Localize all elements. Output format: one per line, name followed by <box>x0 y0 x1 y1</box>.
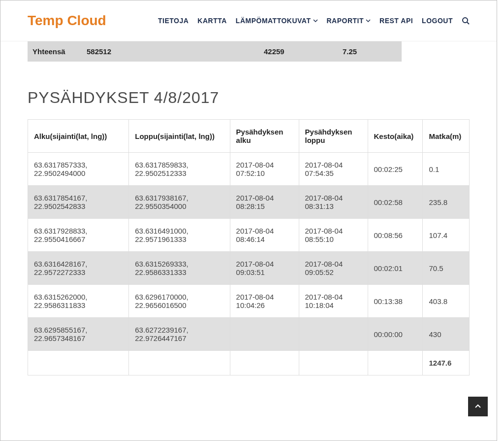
svg-line-1 <box>467 22 469 24</box>
section-title: PYSÄHDYKSET 4/8/2017 <box>28 89 470 107</box>
th-loppu: Loppu(sijainti(lat, lng)) <box>129 120 230 153</box>
cell-pstart: 2017-08-04 08:46:14 <box>230 219 299 252</box>
svg-point-0 <box>463 18 468 23</box>
site-header: Temp Cloud TIETOJA KARTTA LÄMPÖMATTOKUVA… <box>0 0 497 41</box>
cell-kesto: 00:02:58 <box>368 186 423 219</box>
cell-alku: 63.6316428167, 22.9572272333 <box>28 252 129 285</box>
chevron-down-icon <box>313 17 318 25</box>
cell-pstart: 2017-08-04 09:03:51 <box>230 252 299 285</box>
cell-kesto: 00:02:25 <box>368 153 423 186</box>
cell-matka: 70.5 <box>423 252 470 285</box>
cell-alku: 63.6295855167, 22.9657348167 <box>28 318 129 351</box>
summary-table: Yhteensä 582512 42259 7.25 <box>28 41 402 62</box>
cell-kesto: 00:08:56 <box>368 219 423 252</box>
cell-kesto: 00:13:38 <box>368 285 423 318</box>
cell-alku: 63.6315262000, 22.9586311833 <box>28 285 129 318</box>
table-row: 63.6317928833, 22.955041666763.631649100… <box>28 219 470 252</box>
cell-matka: 403.8 <box>423 285 470 318</box>
cell-loppu: 63.6272239167, 22.9726447167 <box>129 318 230 351</box>
cell-matka: 235.8 <box>423 186 470 219</box>
cell-alku: 63.6317857333, 22.9502494000 <box>28 153 129 186</box>
th-matka: Matka(m) <box>423 120 470 153</box>
cell-kesto: 00:02:01 <box>368 252 423 285</box>
cell-loppu: 63.6317938167, 22.9550354000 <box>129 186 230 219</box>
table-row: 63.6295855167, 22.965734816763.627223916… <box>28 318 470 351</box>
table-row: 63.6317857333, 22.950249400063.631785983… <box>28 153 470 186</box>
main-nav: TIETOJA KARTTA LÄMPÖMATTOKUVAT RAPORTIT … <box>158 17 470 25</box>
stops-total-empty <box>299 351 368 375</box>
summary-col2: 582512 <box>82 41 259 62</box>
cell-alku: 63.6317854167, 22.9502542833 <box>28 186 129 219</box>
table-row: 63.6317854167, 22.950254283363.631793816… <box>28 186 470 219</box>
search-icon[interactable] <box>462 17 470 25</box>
cell-pend <box>299 318 368 351</box>
cell-pstart <box>230 318 299 351</box>
nav-lampomattokuvat-label: LÄMPÖMATTOKUVAT <box>236 17 311 25</box>
cell-alku: 63.6317928833, 22.9550416667 <box>28 219 129 252</box>
stops-total-row: 1247.6 <box>28 351 470 375</box>
cell-loppu: 63.6316491000, 22.9571961333 <box>129 219 230 252</box>
chevron-down-icon <box>366 17 371 25</box>
th-alku: Alku(sijainti(lat, lng)) <box>28 120 129 153</box>
cell-pend: 2017-08-04 08:31:13 <box>299 186 368 219</box>
nav-rest-api[interactable]: REST API <box>379 17 413 25</box>
stops-total-empty <box>129 351 230 375</box>
cell-pstart: 2017-08-04 08:28:15 <box>230 186 299 219</box>
cell-pend: 2017-08-04 07:54:35 <box>299 153 368 186</box>
stops-header-row: Alku(sijainti(lat, lng)) Loppu(sijainti(… <box>28 120 470 153</box>
cell-pstart: 2017-08-04 07:52:10 <box>230 153 299 186</box>
scroll-to-top-button[interactable] <box>468 397 488 416</box>
th-pstart: Pysähdyksen alku <box>230 120 299 153</box>
cell-matka: 430 <box>423 318 470 351</box>
site-logo[interactable]: Temp Cloud <box>28 13 106 29</box>
stops-total-matka: 1247.6 <box>423 351 470 375</box>
nav-raportit-label: RAPORTIT <box>327 17 364 25</box>
nav-tietoja[interactable]: TIETOJA <box>158 17 189 25</box>
table-row: 63.6316428167, 22.957227233363.631526933… <box>28 252 470 285</box>
th-kesto: Kesto(aika) <box>368 120 423 153</box>
cell-pstart: 2017-08-04 10:04:26 <box>230 285 299 318</box>
summary-col4: 7.25 <box>338 41 402 62</box>
cell-pend: 2017-08-04 08:55:10 <box>299 219 368 252</box>
cell-pend: 2017-08-04 10:18:04 <box>299 285 368 318</box>
nav-kartta[interactable]: KARTTA <box>197 17 227 25</box>
stops-total-empty <box>230 351 299 375</box>
summary-col3: 42259 <box>259 41 338 62</box>
summary-total-row: Yhteensä 582512 42259 7.25 <box>28 41 402 62</box>
table-row: 63.6315262000, 22.958631183363.629617000… <box>28 285 470 318</box>
stops-total-empty <box>368 351 423 375</box>
cell-loppu: 63.6317859833, 22.9502512333 <box>129 153 230 186</box>
cell-pend: 2017-08-04 09:05:52 <box>299 252 368 285</box>
cell-loppu: 63.6296170000, 22.9656016500 <box>129 285 230 318</box>
cell-matka: 0.1 <box>423 153 470 186</box>
summary-label: Yhteensä <box>28 41 82 62</box>
stops-total-empty <box>28 351 129 375</box>
page-content: Yhteensä 582512 42259 7.25 PYSÄHDYKSET 4… <box>0 41 497 405</box>
stops-table: Alku(sijainti(lat, lng)) Loppu(sijainti(… <box>28 119 470 375</box>
cell-matka: 107.4 <box>423 219 470 252</box>
nav-logout[interactable]: LOGOUT <box>422 17 453 25</box>
cell-kesto: 00:00:00 <box>368 318 423 351</box>
cell-loppu: 63.6315269333, 22.9586331333 <box>129 252 230 285</box>
chevron-up-icon <box>474 403 481 410</box>
nav-raportit[interactable]: RAPORTIT <box>327 17 371 25</box>
nav-lampomattokuvat[interactable]: LÄMPÖMATTOKUVAT <box>236 17 318 25</box>
th-pend: Pysähdyksen loppu <box>299 120 368 153</box>
